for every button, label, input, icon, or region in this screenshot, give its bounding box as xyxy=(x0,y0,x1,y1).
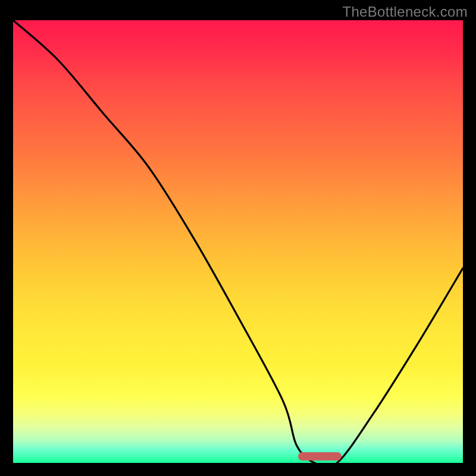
chart-plot-area xyxy=(13,20,463,463)
bottleneck-curve xyxy=(13,20,463,463)
optimal-range-marker xyxy=(298,452,342,461)
attribution-text: TheBottleneck.com xyxy=(342,4,468,20)
